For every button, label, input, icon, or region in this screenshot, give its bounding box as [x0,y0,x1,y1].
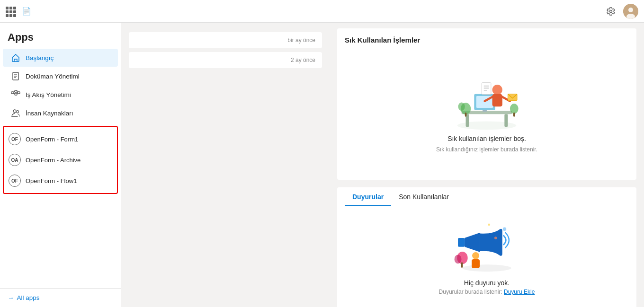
svg-point-15 [17,111,19,113]
page-icon: 📄 [21,6,32,17]
sidebar-item-dokuman-label: Doküman Yönetimi [26,73,80,80]
home-icon [10,53,21,63]
right-panel: Sık Kullanılan İşlemler [330,23,644,307]
all-apps-label: All apps [17,294,40,301]
svg-rect-10 [18,92,20,94]
topbar-right [604,4,638,19]
openform-flow1-badge: OF [9,175,21,187]
sidebar-nav: Başlangıç Doküman Yönetimi [0,48,121,288]
sidebar-item-dokuman[interactable]: Doküman Yönetimi [3,67,118,85]
svg-point-45 [503,227,507,231]
svg-point-23 [492,85,502,95]
sik-kullanilan-title: Sık Kullanılan İşlemler [345,36,629,44]
sidebar-item-baslangic[interactable]: Başlangıç [3,49,118,67]
svg-rect-8 [15,90,17,92]
user-avatar[interactable] [623,4,638,19]
sidebar-item-openform-form1[interactable]: OF OpenForm - Form1 [4,129,117,149]
no-duyuru-desc-text: Duyurular burada listenir: [439,289,504,295]
sidebar-item-isakis[interactable]: İş Akış Yönetimi [3,86,118,104]
no-duyuru-illustration [451,214,522,275]
no-duyuru-title: Hiç duyuru yok. [464,279,510,287]
duyuru-ekle-link[interactable]: Duyuru Ekle [504,289,535,295]
sidebar-item-insankaynaklari[interactable]: İnsan Kaynakları [3,104,118,122]
svg-rect-9 [15,93,17,95]
svg-point-37 [462,264,511,272]
svg-rect-22 [483,110,487,112]
sidebar-footer: → All apps [0,288,121,307]
svg-point-1 [628,8,633,12]
svg-rect-33 [465,112,467,116]
sidebar-item-openform-flow1[interactable]: OF OpenForm - Flow1 [4,170,117,191]
svg-rect-38 [458,238,465,247]
sik-kullanilan-empty: Sık kullanılan işlemler boş. Sık kulland… [345,50,629,172]
openform-form1-badge: OF [9,133,21,145]
openform-archive-label: OpenForm - Archive [26,157,80,164]
sik-kullanilan-illustration [449,70,525,131]
sidebar-item-openform-archive[interactable]: OA OpenForm - Archive [4,149,117,170]
recent-item-time: bir ay önce [287,37,315,44]
svg-rect-43 [461,263,463,268]
svg-point-44 [494,237,497,239]
tab-duyurular[interactable]: Duyurular [345,187,391,206]
tab-son-kullanilanlar[interactable]: Son Kullanılanlar [391,187,456,206]
all-apps-arrow: → [8,294,14,301]
content-area: bir ay önce 2 ay önce Sık Kullanılan İşl… [121,23,644,307]
svg-point-34 [510,104,519,114]
sidebar-title: Apps [0,23,121,48]
svg-rect-24 [492,94,502,106]
svg-rect-7 [11,92,14,94]
svg-rect-27 [482,82,491,94]
openform-section: OF OpenForm - Form1 OA OpenForm - Archiv… [3,126,118,194]
svg-point-39 [472,252,479,259]
openform-archive-badge: OA [9,154,21,166]
sik-kullanilan-section: Sık Kullanılan İşlemler [337,28,636,180]
settings-icon[interactable] [604,5,617,18]
svg-point-46 [488,223,490,226]
people-icon [10,108,21,118]
openform-flow1-label: OpenForm - Flow1 [26,177,77,184]
topbar-left: 📄 [6,6,32,17]
sidebar-item-insankaynaklari-label: İnsan Kaynakları [26,110,73,117]
recent-section: bir ay önce 2 ay önce [121,23,330,307]
sidebar: Apps Başlangıç [0,23,121,307]
document-icon [10,71,21,81]
svg-point-32 [458,102,465,111]
svg-rect-35 [513,112,515,116]
workflow-icon [10,89,21,100]
sik-kullanilan-empty-title: Sık kullanılan işlemler boş. [447,135,526,142]
openform-form1-label: OpenForm - Form1 [26,136,78,143]
sik-kullanilan-empty-desc: Sık kullandığınız işlemler burada listen… [436,146,537,153]
svg-rect-40 [472,259,480,268]
svg-line-13 [17,91,18,93]
main-layout: Apps Başlangıç [0,23,644,307]
tabs-container: Duyurular Son Kullanılanlar [337,187,636,307]
tabs-header: Duyurular Son Kullanılanlar [337,187,636,206]
all-apps-link[interactable]: → All apps [8,294,113,301]
sidebar-item-baslangic-label: Başlangıç [26,54,54,61]
svg-point-42 [455,255,462,264]
no-duyuru-desc: Duyurular burada listenir: Duyuru Ekle [439,289,535,295]
svg-rect-19 [504,114,508,127]
sidebar-item-isakis-label: İş Akış Yönetimi [26,91,71,98]
tabs-content: Hiç duyuru yok. Duyurular burada listeni… [337,206,636,303]
topbar: 📄 [0,0,644,23]
recent-item[interactable]: bir ay önce [129,32,322,48]
recent-item[interactable]: 2 ay önce [129,52,322,68]
app-launcher-icon[interactable] [6,7,15,16]
svg-point-14 [13,110,16,113]
recent-item-time: 2 ay önce [291,57,315,63]
